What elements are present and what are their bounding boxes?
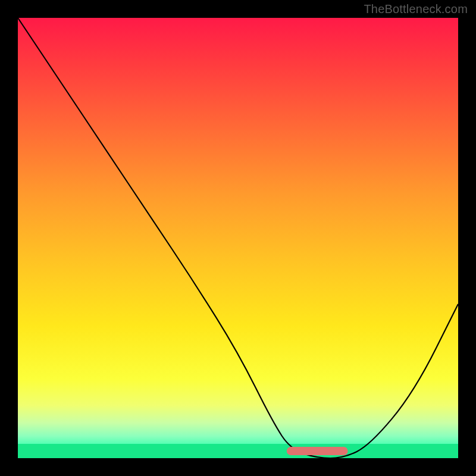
plot-area — [18, 18, 458, 458]
bottleneck-curve — [18, 18, 458, 458]
chart-stage: TheBottleneck.com — [0, 0, 476, 476]
curve-svg — [18, 18, 458, 458]
watermark-text: TheBottleneck.com — [364, 2, 468, 16]
